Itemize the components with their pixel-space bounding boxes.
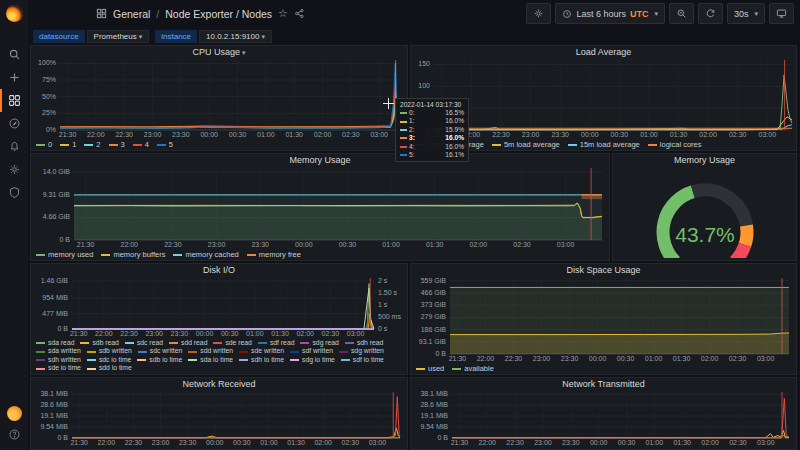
timezone-label: UTC — [630, 9, 649, 19]
plot-area[interactable]: 15010050021:3022:0022:3023:0023:3000:000… — [414, 60, 793, 140]
plot-area[interactable]: 38.1 MiB28.6 MiB19.1 MiB9.54 MiB0 B21:30… — [34, 392, 404, 448]
legend-item[interactable]: sdd io time — [87, 364, 132, 373]
tooltip-row: 0:16.5% — [400, 109, 464, 117]
legend-item[interactable]: sdc written — [138, 347, 182, 356]
legend-item[interactable]: sda io time — [188, 356, 233, 365]
panel-title-network-transmitted[interactable]: Network Transmitted — [411, 378, 796, 391]
star-icon[interactable]: ☆ — [278, 8, 288, 19]
explore-compass-icon[interactable] — [0, 112, 28, 135]
memory-usage-gauge[interactable]: 43.7% — [613, 167, 796, 260]
legend-item[interactable]: 5 — [157, 140, 173, 149]
legend-item[interactable]: sdf read — [258, 339, 295, 348]
panel-disk-space-usage: Disk Space Usage 559 GiB466 GiB373 GiB27… — [410, 263, 797, 375]
legend-item[interactable]: 0 — [36, 140, 52, 149]
panel-title-network-received[interactable]: Network Received — [31, 378, 407, 391]
tooltip-row: 1:16.0% — [400, 117, 464, 125]
panel-title-memory-usage[interactable]: Memory Usage — [31, 154, 609, 167]
legend-item[interactable]: sda read — [36, 339, 74, 348]
alerting-bell-icon[interactable] — [0, 135, 28, 158]
legend-item[interactable]: used — [416, 364, 444, 373]
breadcrumb[interactable]: General / Node Exporter / Nodes ☆ — [96, 8, 305, 20]
legend-item[interactable]: sdh io time — [239, 356, 284, 365]
legend-item[interactable]: memory used — [36, 250, 93, 259]
legend-item[interactable]: 5m load average — [492, 140, 560, 149]
breadcrumb-folder[interactable]: General — [113, 8, 150, 20]
plot-area[interactable]: 14.0 GiB9.31 GiB4.66 GiB0 B21:3022:0022:… — [34, 168, 606, 250]
legend-item[interactable]: sde io time — [36, 364, 81, 373]
breadcrumb-dashboard[interactable]: Node Exporter / Nodes — [165, 8, 272, 20]
server-admin-shield-icon[interactable] — [0, 181, 28, 204]
network-transmitted-chart[interactable]: 38.1 MiB28.6 MiB19.1 MiB9.54 MiB0 B21:30… — [411, 391, 796, 449]
plot-area[interactable]: 1.46 GiB954 MiB477 MiB0 B21:3022:0022:30… — [34, 278, 404, 339]
legend-item[interactable]: sdc read — [125, 339, 163, 348]
legend-item[interactable]: 15m load average — [568, 140, 640, 149]
plot-area[interactable]: 559 GiB466 GiB373 GiB279 GiB186 GiB93.1 … — [414, 278, 793, 364]
legend-item[interactable]: 1 — [60, 140, 76, 149]
refresh-button[interactable] — [698, 3, 723, 24]
time-range-picker[interactable]: Last 6 hours UTC — [555, 3, 665, 24]
kiosk-mode-button[interactable] — [769, 3, 794, 24]
dashboards-grid-icon[interactable] — [0, 89, 28, 112]
grafana-logo[interactable] — [0, 0, 28, 27]
legend-item[interactable]: sdh read — [345, 339, 383, 348]
datasource-label: datasource — [33, 30, 85, 43]
legend-item[interactable]: sdb read — [80, 339, 118, 348]
panel-title-load-average[interactable]: Load Average — [411, 46, 796, 59]
plot-area[interactable]: 38.1 MiB28.6 MiB19.1 MiB9.54 MiB0 B21:30… — [414, 392, 793, 448]
apps-grid-icon — [96, 8, 107, 19]
panel-title-disk-space[interactable]: Disk Space Usage — [411, 264, 796, 277]
refresh-interval-dropdown[interactable]: 30s — [727, 3, 765, 24]
legend-item[interactable]: 3 — [109, 140, 125, 149]
panel-cpu-usage: CPU Usage 100%75%50%25%0%21:3022:0022:30… — [30, 45, 408, 151]
create-plus-icon[interactable] — [0, 66, 28, 89]
panel-title-memory-gauge[interactable]: Memory Usage — [613, 154, 796, 167]
legend-item[interactable]: sdf written — [290, 347, 333, 356]
disk-space-chart[interactable]: 559 GiB466 GiB373 GiB279 GiB186 GiB93.1 … — [411, 277, 796, 374]
plot-area[interactable]: 100%75%50%25%0%21:3022:0022:3023:0023:30… — [34, 60, 404, 140]
sidebar — [0, 0, 28, 450]
legend-item[interactable]: logical cores — [648, 140, 702, 149]
search-icon[interactable] — [0, 43, 28, 66]
legend-item[interactable]: memory buffers — [101, 250, 165, 259]
zoom-out-button[interactable] — [669, 3, 694, 24]
legend-item[interactable]: sdh written — [36, 356, 81, 365]
legend-item[interactable]: sdb written — [87, 347, 132, 356]
legend-item[interactable]: sdc io time — [87, 356, 131, 365]
panel-title-cpu-usage[interactable]: CPU Usage — [31, 46, 407, 59]
network-received-chart[interactable]: 38.1 MiB28.6 MiB19.1 MiB9.54 MiB0 B21:30… — [31, 391, 407, 449]
legend-item[interactable]: sdg io time — [290, 356, 335, 365]
grafana-flame-icon — [6, 5, 23, 22]
legend-item[interactable]: sdd written — [188, 347, 233, 356]
tooltip-row: 4:16.0% — [400, 143, 464, 151]
legend-item[interactable]: memory free — [247, 250, 301, 259]
legend-item[interactable]: sda written — [36, 347, 81, 356]
instance-label: instance — [155, 30, 197, 43]
cpu-usage-chart[interactable]: 100%75%50%25%0%21:3022:0022:3023:0023:30… — [31, 59, 407, 150]
kiosk-monitor-icon — [776, 8, 787, 19]
disk-io-chart[interactable]: 1.46 GiB954 MiB477 MiB0 B21:3022:0022:30… — [31, 277, 407, 374]
legend-item[interactable]: sdg written — [339, 347, 384, 356]
legend-item[interactable]: sdf io time — [341, 356, 384, 365]
breadcrumb-separator: / — [156, 8, 159, 20]
user-avatar[interactable] — [7, 406, 22, 421]
legend-item[interactable]: 4 — [133, 140, 149, 149]
legend-item[interactable]: 2 — [84, 140, 100, 149]
datasource-dropdown[interactable]: Prometheus — [87, 30, 150, 43]
memory-usage-chart[interactable]: 14.0 GiB9.31 GiB4.66 GiB0 B21:3022:0022:… — [31, 167, 609, 260]
legend-item[interactable]: sdb io time — [137, 356, 182, 365]
dashboard-settings-button[interactable] — [526, 3, 551, 24]
panel-title-disk-io[interactable]: Disk I/O — [31, 264, 407, 277]
legend-item[interactable]: sdd read — [169, 339, 207, 348]
graph-tooltip: 2022-01-14 03:17:30 0:16.5%1:16.0%2:15.9… — [395, 98, 469, 162]
legend-item[interactable]: memory cached — [173, 250, 238, 259]
legend-item[interactable]: sde written — [239, 347, 284, 356]
configuration-gear-icon[interactable] — [0, 158, 28, 181]
instance-dropdown[interactable]: 10.0.2.15:9100 — [199, 30, 272, 43]
legend-item[interactable]: sde read — [213, 339, 251, 348]
variable-datasource: datasource Prometheus — [33, 30, 149, 43]
help-icon[interactable] — [0, 426, 28, 442]
svg-text:43.7%: 43.7% — [675, 223, 735, 246]
legend-item[interactable]: sdg read — [300, 339, 338, 348]
share-icon[interactable] — [294, 8, 305, 19]
legend-item[interactable]: available — [452, 364, 494, 373]
